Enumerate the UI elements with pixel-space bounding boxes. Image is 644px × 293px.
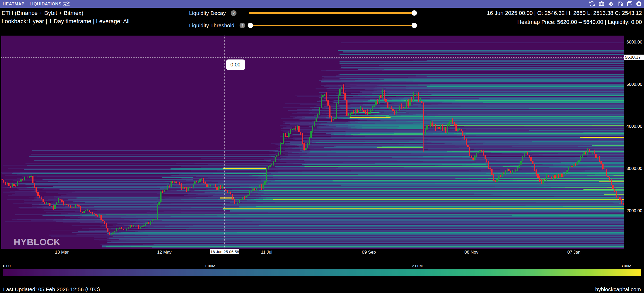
svg-text:0.00: 0.00 xyxy=(231,62,241,67)
svg-text:HEATMAP – LIQUIDATIONS: HEATMAP – LIQUIDATIONS xyxy=(3,2,62,6)
svg-text:Lookback:1 year | 1 Day timefr: Lookback:1 year | 1 Day timeframe | Leve… xyxy=(2,18,130,24)
svg-text:08 Nov: 08 Nov xyxy=(464,250,478,255)
svg-text:11 Jul: 11 Jul xyxy=(261,250,272,255)
svg-text:Heatmap Price: 5620.00 – 5640.: Heatmap Price: 5620.00 – 5640.00 | Liqui… xyxy=(517,19,642,25)
svg-text:HYBLOCK: HYBLOCK xyxy=(14,237,61,247)
svg-text:2.00M: 2.00M xyxy=(412,264,423,268)
svg-text:3.00M: 3.00M xyxy=(621,264,631,268)
svg-text:5000.00: 5000.00 xyxy=(626,82,642,87)
svg-text:2000.00: 2000.00 xyxy=(626,208,642,213)
svg-text:hyblockcapital.com: hyblockcapital.com xyxy=(595,286,641,292)
svg-text:Last Updated: 05 Feb 2026 12:5: Last Updated: 05 Feb 2026 12:56 (UTC) xyxy=(3,286,100,292)
svg-text:?: ? xyxy=(233,11,235,15)
svg-text:3000.00: 3000.00 xyxy=(626,166,642,171)
svg-text:09 Sep: 09 Sep xyxy=(362,250,376,255)
svg-text:4000.00: 4000.00 xyxy=(626,124,642,129)
svg-text:Liquidity Decay: Liquidity Decay xyxy=(189,10,226,16)
svg-text:13 Mar: 13 Mar xyxy=(55,250,69,255)
svg-text:6000.00: 6000.00 xyxy=(626,40,642,45)
svg-text:07 Jan: 07 Jan xyxy=(567,250,580,255)
svg-text:?: ? xyxy=(241,23,243,28)
svg-text:16 Jun 25 06:58: 16 Jun 25 06:58 xyxy=(210,249,239,254)
svg-text:5630.37: 5630.37 xyxy=(625,55,641,60)
svg-text:1.00M: 1.00M xyxy=(205,264,215,268)
svg-text:16 Jun 2025 00:00 | O: 2546.32: 16 Jun 2025 00:00 | O: 2546.32 H: 2680 L… xyxy=(487,10,642,16)
svg-text:Liquidity Threshold: Liquidity Threshold xyxy=(189,22,234,28)
svg-text:12 May: 12 May xyxy=(157,250,172,255)
svg-text:ETH (Binance + Bybit + Bitmex): ETH (Binance + Bybit + Bitmex) xyxy=(2,10,83,16)
svg-text:0.00: 0.00 xyxy=(3,264,11,268)
